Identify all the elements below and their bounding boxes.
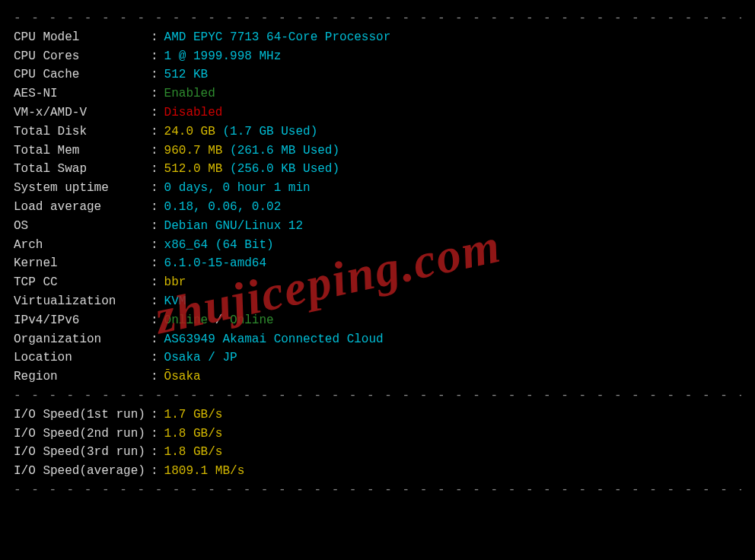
colon: : <box>151 217 158 236</box>
row-vmx: VM-x/AMD-V : Disabled <box>14 103 741 123</box>
colon: : <box>151 273 158 292</box>
value: Disabled <box>164 103 223 123</box>
spacer <box>222 160 230 179</box>
colon: : <box>151 425 158 444</box>
label: Virtualization <box>14 292 151 311</box>
label: Location <box>14 348 151 368</box>
colon: : <box>151 292 158 311</box>
row-ipv4-ipv6: IPv4/IPv6 : Online / Online <box>14 311 741 330</box>
label: OS <box>14 217 151 236</box>
colon: : <box>151 254 158 273</box>
row-load-average: Load average : 0.18, 0.06, 0.02 <box>14 198 741 217</box>
value: 960.7 MB <box>164 142 223 161</box>
label: Kernel <box>14 254 151 273</box>
label: VM-x/AMD-V <box>14 103 151 123</box>
value: 6.1.0-15-amd64 <box>164 254 266 273</box>
row-io-2nd: I/O Speed(2nd run) : 1.8 GB/s <box>14 425 741 444</box>
value-ipv6: Online <box>230 311 274 330</box>
value: Enabled <box>164 84 215 103</box>
label: IPv4/IPv6 <box>14 311 151 330</box>
colon: : <box>151 65 158 84</box>
colon: : <box>151 406 158 425</box>
value: AMD EPYC 7713 64-Core Processor <box>164 28 391 47</box>
label: Load average <box>14 198 151 217</box>
row-total-swap: Total Swap : 512.0 MB (256.0 KB Used) <box>14 160 741 179</box>
colon: : <box>151 311 158 330</box>
row-tcp-cc: TCP CC : bbr <box>14 273 741 292</box>
colon: : <box>151 236 158 255</box>
label: Arch <box>14 236 151 255</box>
value: Ōsaka <box>164 368 201 387</box>
row-io-1st: I/O Speed(1st run) : 1.7 GB/s <box>14 406 741 425</box>
colon: : <box>151 443 158 462</box>
label: CPU Model <box>14 28 151 47</box>
label: CPU Cores <box>14 47 151 66</box>
value: 1.8 GB/s <box>164 425 223 444</box>
colon: : <box>151 462 158 481</box>
label: Total Mem <box>14 142 151 161</box>
label: Region <box>14 368 151 387</box>
colon: : <box>151 47 158 66</box>
value: AS63949 Akamai Connected Cloud <box>164 330 384 349</box>
row-virtualization: Virtualization : KVM <box>14 292 741 311</box>
row-cpu-model: CPU Model : AMD EPYC 7713 64-Core Proces… <box>14 28 741 47</box>
label: CPU Cache <box>14 65 151 84</box>
label: System uptime <box>14 179 151 198</box>
colon: : <box>151 84 158 103</box>
spacer <box>215 123 223 142</box>
colon: : <box>151 330 158 349</box>
label: I/O Speed(average) <box>14 462 151 481</box>
value: 1.8 GB/s <box>164 443 223 462</box>
value: 0 days, 0 hour 1 min <box>164 179 311 198</box>
row-io-3rd: I/O Speed(3rd run) : 1.8 GB/s <box>14 443 741 462</box>
colon: : <box>151 160 158 179</box>
label: I/O Speed(3rd run) <box>14 443 151 462</box>
label: I/O Speed(1st run) <box>14 406 151 425</box>
value: 24.0 GB <box>164 123 215 142</box>
row-cpu-cores: CPU Cores : 1 @ 1999.998 MHz <box>14 47 741 66</box>
row-aes-ni: AES-NI : Enabled <box>14 84 741 103</box>
value: Debian GNU/Linux 12 <box>164 217 303 236</box>
separator: / <box>208 311 230 330</box>
label: TCP CC <box>14 273 151 292</box>
row-os: OS : Debian GNU/Linux 12 <box>14 217 741 236</box>
row-total-mem: Total Mem : 960.7 MB (261.6 MB Used) <box>14 142 741 161</box>
colon: : <box>151 368 158 387</box>
row-kernel: Kernel : 6.1.0-15-amd64 <box>14 254 741 273</box>
value: 1809.1 MB/s <box>164 462 245 481</box>
value-extra: (261.6 MB Used) <box>230 142 339 161</box>
value: 512.0 MB <box>164 160 223 179</box>
row-arch: Arch : x86_64 (64 Bit) <box>14 236 741 255</box>
colon: : <box>151 28 158 47</box>
colon: : <box>151 103 158 123</box>
row-cpu-cache: CPU Cache : 512 KB <box>14 65 741 84</box>
row-io-avg: I/O Speed(average) : 1809.1 MB/s <box>14 462 741 481</box>
row-location: Location : Osaka / JP <box>14 348 741 368</box>
row-organization: Organization : AS63949 Akamai Connected … <box>14 330 741 349</box>
colon: : <box>151 179 158 198</box>
label: Total Swap <box>14 160 151 179</box>
value: bbr <box>164 273 186 292</box>
value: 512 KB <box>164 65 209 84</box>
label: AES-NI <box>14 84 151 103</box>
colon: : <box>151 142 158 161</box>
value: 1.7 GB/s <box>164 406 223 425</box>
value-extra: (1.7 GB Used) <box>222 123 317 142</box>
value-ipv4: Online <box>164 311 209 330</box>
divider-top: - - - - - - - - - - - - - - - - - - - - … <box>14 9 741 28</box>
row-region: Region : Ōsaka <box>14 368 741 387</box>
row-total-disk: Total Disk : 24.0 GB (1.7 GB Used) <box>14 123 741 142</box>
divider-bottom: - - - - - - - - - - - - - - - - - - - - … <box>14 481 741 500</box>
value: Osaka / JP <box>164 348 237 368</box>
value: 1 @ 1999.998 MHz <box>164 47 282 66</box>
colon: : <box>151 198 158 217</box>
spacer <box>222 142 230 161</box>
value-extra: (256.0 KB Used) <box>230 160 339 179</box>
value: 0.18, 0.06, 0.02 <box>164 198 282 217</box>
divider-middle: - - - - - - - - - - - - - - - - - - - - … <box>14 387 741 406</box>
label: Organization <box>14 330 151 349</box>
colon: : <box>151 348 158 368</box>
label: I/O Speed(2nd run) <box>14 425 151 444</box>
value: x86_64 (64 Bit) <box>164 236 274 255</box>
label: Total Disk <box>14 123 151 142</box>
